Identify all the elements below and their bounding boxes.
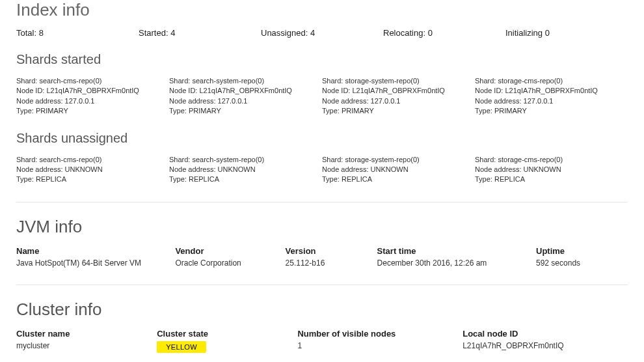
shard-type: Type: PRIMARY [322, 106, 475, 116]
shard-name: Shard: storage-cms-repo(0) [475, 76, 628, 86]
shard-node-id: Node ID: L21qIA7hR_OBPRXFm0ntIQ [322, 86, 475, 96]
shard-node-id: Node ID: L21qIA7hR_OBPRXFm0ntIQ [475, 86, 628, 96]
stat-initializing: Initializing 0 [505, 28, 628, 38]
shard-name: Shard: search-system-repo(0) [169, 76, 322, 86]
shard-type: Type: REPLICA [475, 174, 628, 184]
shard-type: Type: PRIMARY [16, 106, 169, 116]
shard-unassigned-item: Shard: search-cms-repo(0) Node address: … [16, 155, 169, 185]
jvm-name: Name Java HotSpot(TM) 64-Bit Server VM [16, 246, 175, 268]
shard-node-address: Node address: UNKNOWN [169, 165, 322, 174]
shard-type: Type: REPLICA [322, 174, 475, 184]
shard-unassigned-item: Shard: storage-cms-repo(0) Node address:… [475, 155, 628, 185]
jvm-vendor-label: Vendor [175, 246, 285, 256]
shard-node-address: Node address: 127.0.0.1 [16, 96, 169, 106]
jvm-vendor: Vendor Oracle Corporation [175, 246, 285, 268]
shard-unassigned-item: Shard: search-system-repo(0) Node addres… [169, 155, 322, 185]
jvm-name-label: Name [16, 246, 175, 256]
cluster-nodes-value: 1 [297, 341, 463, 350]
cluster-state-badge: YELLOW [157, 341, 206, 353]
shards-started-row: Shard: search-cms-repo(0) Node ID: L21qI… [16, 76, 628, 117]
shard-started-item: Shard: search-system-repo(0) Node ID: L2… [169, 76, 322, 117]
shard-name: Shard: storage-cms-repo(0) [475, 155, 628, 165]
shard-started-item: Shard: search-cms-repo(0) Node ID: L21qI… [16, 76, 169, 117]
jvm-uptime: Uptime 592 seconds [536, 246, 628, 268]
cluster-name-value: mycluster [16, 341, 157, 350]
cluster-local-node: Local node ID L21qIA7hR_OBPRXFm0ntIQ [463, 329, 628, 353]
shard-node-address: Node address: UNKNOWN [475, 165, 628, 174]
cluster-name-label: Cluster name [16, 329, 157, 339]
index-stats-row: Total: 8 Started: 4 Unassigned: 4 Reloca… [16, 28, 628, 38]
stat-total: Total: 8 [16, 28, 139, 38]
shard-started-item: Shard: storage-cms-repo(0) Node ID: L21q… [475, 76, 628, 117]
jvm-start-label: Start time [377, 246, 536, 256]
stat-unassigned: Unassigned: 4 [261, 28, 383, 38]
jvm-version: Version 25.112-b16 [286, 246, 377, 268]
shard-type: Type: REPLICA [169, 174, 322, 184]
shard-unassigned-item: Shard: storage-system-repo(0) Node addre… [322, 155, 475, 185]
cluster-local-label: Local node ID [463, 329, 628, 339]
cluster-local-value: L21qIA7hR_OBPRXFm0ntIQ [463, 341, 628, 350]
cluster-nodes-label: Number of visible nodes [297, 329, 463, 339]
jvm-version-label: Version [286, 246, 377, 256]
shards-started-heading: Shards started [16, 52, 628, 67]
shard-name: Shard: search-cms-repo(0) [16, 76, 169, 86]
shard-node-id: Node ID: L21qIA7hR_OBPRXFm0ntIQ [16, 86, 169, 96]
shard-name: Shard: storage-system-repo(0) [322, 76, 475, 86]
jvm-vendor-value: Oracle Corporation [175, 258, 285, 268]
shard-node-address: Node address: UNKNOWN [16, 165, 169, 174]
cluster-nodes: Number of visible nodes 1 [297, 329, 463, 353]
jvm-info-heading: JVM info [16, 217, 628, 237]
shard-type: Type: PRIMARY [169, 106, 322, 116]
shards-unassigned-heading: Shards unassigned [16, 131, 628, 146]
shard-started-item: Shard: storage-system-repo(0) Node ID: L… [322, 76, 475, 117]
index-info-heading: Index info [16, 0, 628, 20]
shard-type: Type: PRIMARY [475, 106, 628, 116]
shard-node-address: Node address: UNKNOWN [322, 165, 475, 174]
jvm-info-row: Name Java HotSpot(TM) 64-Bit Server VM V… [16, 246, 628, 268]
shard-name: Shard: storage-system-repo(0) [322, 155, 475, 165]
shard-node-address: Node address: 127.0.0.1 [169, 96, 322, 106]
jvm-uptime-label: Uptime [536, 246, 628, 256]
jvm-uptime-value: 592 seconds [536, 258, 628, 268]
shard-type: Type: REPLICA [16, 174, 169, 184]
shard-name: Shard: search-cms-repo(0) [16, 155, 169, 165]
cluster-state-label: Cluster state [157, 329, 297, 339]
shards-unassigned-row: Shard: search-cms-repo(0) Node address: … [16, 155, 628, 185]
shard-node-address: Node address: 127.0.0.1 [322, 96, 475, 106]
jvm-start: Start time December 30th 2016, 12:26 am [377, 246, 536, 268]
jvm-start-value: December 30th 2016, 12:26 am [377, 258, 536, 268]
cluster-info-row: Cluster name mycluster Cluster state YEL… [16, 329, 628, 353]
cluster-info-heading: Cluster info [16, 299, 628, 320]
divider [16, 285, 628, 285]
shard-node-address: Node address: 127.0.0.1 [475, 96, 628, 106]
stat-relocating: Relocating: 0 [383, 28, 505, 38]
cluster-state: Cluster state YELLOW [157, 329, 297, 353]
jvm-name-value: Java HotSpot(TM) 64-Bit Server VM [16, 258, 175, 268]
jvm-version-value: 25.112-b16 [286, 258, 377, 268]
cluster-name: Cluster name mycluster [16, 329, 157, 353]
divider [16, 202, 628, 202]
shard-node-id: Node ID: L21qIA7hR_OBPRXFm0ntIQ [169, 86, 322, 96]
shard-name: Shard: search-system-repo(0) [169, 155, 322, 165]
stat-started: Started: 4 [139, 28, 261, 38]
